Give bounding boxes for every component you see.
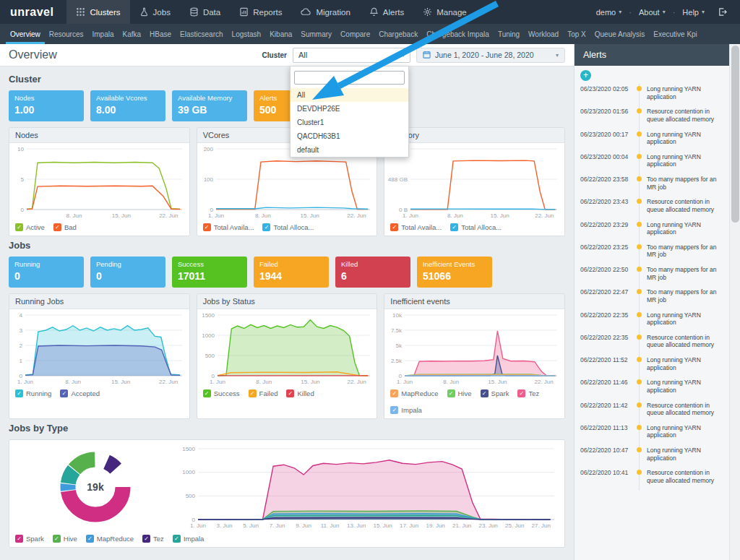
tab-overview[interactable]: Overview	[6, 24, 45, 44]
scrollbar-thumb[interactable]	[731, 46, 739, 223]
legend-label: Killed	[297, 389, 314, 397]
alert-item[interactable]: 06/22/2020 23:29Long running YARN applic…	[580, 220, 726, 242]
alert-item[interactable]: 06/23/2020 00:04Long running YARN applic…	[580, 152, 726, 174]
legend-toggle-impala[interactable]: ✓Impala	[173, 535, 205, 543]
tab-elasticsearch[interactable]: Elasticsearch	[176, 24, 227, 44]
legend-toggle-spark[interactable]: ✓Spark	[481, 389, 509, 397]
alert-item[interactable]: 06/22/2020 22:35Resource contention in q…	[580, 332, 726, 355]
nav-item-migration[interactable]: Migration	[291, 0, 359, 24]
legend-toggle-running[interactable]: ✓Running	[15, 389, 51, 397]
nav-demo-menu[interactable]: demo▾	[590, 8, 628, 17]
legend-toggle-spark[interactable]: ✓Spark	[15, 535, 44, 543]
alert-item[interactable]: 06/22/2020 10:47Long running YARN applic…	[580, 445, 726, 468]
tab-resources[interactable]: Resources	[45, 24, 88, 44]
alert-item[interactable]: 06/22/2020 23:25Too many mappers for an …	[580, 242, 726, 264]
alerts-header: Alerts	[575, 44, 729, 66]
tab-logstash[interactable]: Logstash	[228, 24, 266, 44]
app-logo[interactable]: unravel	[10, 6, 53, 19]
alert-item[interactable]: 06/22/2020 23:43Resource contention in q…	[580, 197, 726, 219]
page-scrollbar[interactable]	[729, 44, 740, 560]
card-available-memory[interactable]: Available Memory39 GB	[172, 90, 247, 121]
legend-toggle-total-availa[interactable]: ✓Total Availa...	[203, 223, 254, 231]
dropdown-option-cluster1[interactable]: Cluster1	[291, 116, 408, 129]
card-inefficient-events[interactable]: Inefficient Events51066	[417, 257, 492, 288]
alert-item[interactable]: 06/22/2020 22:50Too many mappers for an …	[580, 264, 726, 287]
svg-text:1. Jun: 1. Jun	[397, 379, 413, 385]
alert-item[interactable]: 06/23/2020 01:56Resource contention in q…	[580, 106, 726, 129]
dropdown-option-all[interactable]: All	[291, 88, 408, 102]
legend-toggle-accepted[interactable]: ✓Accepted	[60, 389, 100, 397]
card-value: 8.00	[96, 104, 160, 116]
tab-kafka[interactable]: Kafka	[119, 24, 146, 44]
checkbox-icon: ✓	[203, 223, 211, 231]
nav-item-reports[interactable]: Reports	[230, 0, 291, 24]
tab-executive-kpi[interactable]: Executive Kpi	[649, 24, 702, 44]
legend-toggle-active[interactable]: ✓Active	[15, 223, 45, 231]
legend-toggle-total-availa[interactable]: ✓Total Availa...	[390, 223, 442, 231]
alert-item[interactable]: 06/22/2020 11:42Resource contention in q…	[580, 400, 726, 423]
alert-item[interactable]: 06/22/2020 22:47Too many mappers for an …	[580, 287, 726, 309]
card-nodes[interactable]: Nodes1.00	[9, 90, 84, 121]
alert-item[interactable]: 06/22/2020 11:13Long running YARN applic…	[580, 423, 726, 445]
legend-toggle-killed[interactable]: ✓Killed	[286, 389, 314, 397]
jobs-by-type-panel: 19k 0500100015001. Jun3. Jun5. Jun7. Jun…	[9, 439, 565, 548]
card-running[interactable]: Running0	[9, 257, 84, 288]
nav-item-jobs[interactable]: Jobs	[130, 0, 180, 24]
legend-toggle-mapreduce[interactable]: ✓MapReduce	[390, 389, 438, 397]
nav-item-data[interactable]: Data	[180, 0, 230, 24]
nav-help-menu[interactable]: Help▾	[676, 8, 710, 17]
chevron-down-icon: ▾	[663, 9, 666, 15]
tab-impala[interactable]: Impala	[88, 24, 119, 44]
alert-item[interactable]: 06/22/2020 23:58Too many mappers for an …	[580, 174, 726, 197]
alert-item[interactable]: 06/22/2020 11:52Long running YARN applic…	[580, 355, 726, 377]
alert-item[interactable]: 06/22/2020 11:46Long running YARN applic…	[580, 377, 726, 400]
legend-toggle-total-alloca[interactable]: ✓Total Alloca...	[262, 223, 314, 231]
nav-about-menu[interactable]: About▾	[633, 8, 671, 17]
card-available-vcores[interactable]: Available Vcores8.00	[90, 90, 165, 121]
add-alert-button[interactable]: +	[580, 70, 591, 81]
legend-toggle-bad[interactable]: ✓Bad	[53, 223, 77, 231]
checkbox-icon: ✓	[142, 535, 150, 543]
legend-toggle-success[interactable]: ✓Success	[203, 389, 240, 397]
alert-item[interactable]: 06/22/2020 10:41Resource contention in q…	[580, 468, 726, 490]
legend-toggle-impala[interactable]: ✓Impala	[390, 406, 422, 414]
checkbox-icon: ✓	[286, 389, 294, 397]
tab-workload[interactable]: Workload	[524, 24, 563, 44]
nav-item-alerts[interactable]: Alerts	[360, 0, 413, 24]
legend-toggle-mapreduce[interactable]: ✓MapReduce	[86, 535, 134, 543]
legend-toggle-hive[interactable]: ✓Hive	[447, 389, 472, 397]
tab-top-x[interactable]: Top X	[563, 24, 590, 44]
tab-tuning[interactable]: Tuning	[494, 24, 524, 44]
alert-dot-icon	[637, 199, 642, 204]
card-pending[interactable]: Pending0	[90, 257, 165, 288]
tab-chargeback-impala[interactable]: Chargeback Impala	[422, 24, 494, 44]
tab-summary[interactable]: Summary	[296, 24, 336, 44]
tab-queue-analysis[interactable]: Queue Analysis	[590, 24, 650, 44]
svg-text:3. Jun: 3. Jun	[217, 522, 233, 529]
alert-item[interactable]: 06/22/2020 22:35Long running YARN applic…	[580, 310, 726, 332]
tab-hbase[interactable]: HBase	[145, 24, 176, 44]
cluster-select[interactable]: All ▾	[293, 48, 410, 63]
alert-item[interactable]: 06/23/2020 02:05Long running YARN applic…	[580, 84, 726, 106]
nav-item-clusters[interactable]: Clusters	[66, 0, 129, 24]
tab-kibana[interactable]: Kibana	[265, 24, 296, 44]
dropdown-option-qacdh63b1[interactable]: QACDH63B1	[291, 129, 408, 143]
legend-toggle-tez[interactable]: ✓Tez	[142, 535, 164, 543]
legend-toggle-tez[interactable]: ✓Tez	[517, 389, 539, 397]
tab-chargeback[interactable]: Chargeback	[374, 24, 422, 44]
alert-dot-icon	[637, 402, 642, 408]
card-killed[interactable]: Killed6	[335, 257, 410, 288]
dropdown-option-devdhp26e[interactable]: DEVDHP26E	[291, 102, 408, 116]
legend-toggle-total-alloca[interactable]: ✓Total Alloca...	[450, 223, 502, 231]
card-success[interactable]: Success17011	[172, 257, 247, 288]
card-failed[interactable]: Failed1944	[254, 257, 329, 288]
dropdown-search-input[interactable]	[294, 71, 405, 85]
logout-icon[interactable]	[712, 7, 733, 17]
alert-item[interactable]: 06/23/2020 00:17Long running YARN applic…	[580, 129, 726, 152]
legend-toggle-hive[interactable]: ✓Hive	[53, 535, 77, 543]
dropdown-option-default[interactable]: default	[291, 143, 408, 157]
tab-compare[interactable]: Compare	[336, 24, 374, 44]
legend-toggle-failed[interactable]: ✓Failed	[249, 389, 278, 397]
date-range-picker[interactable]: June 1, 2020 - June 28, 2020 ▾	[416, 48, 565, 63]
nav-item-manage[interactable]: Manage	[413, 0, 476, 24]
